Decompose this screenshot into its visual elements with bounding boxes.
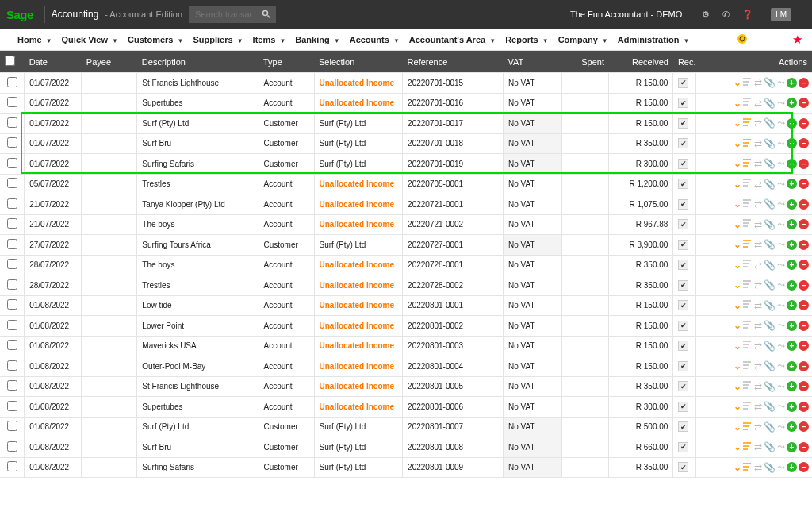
cell-rec[interactable]: ✔ bbox=[673, 174, 695, 194]
cell-rec[interactable]: ✔ bbox=[673, 295, 695, 316]
cell-payee[interactable] bbox=[82, 295, 137, 316]
cell-rec[interactable]: ✔ bbox=[673, 275, 695, 296]
cell-spent[interactable] bbox=[562, 174, 609, 194]
cell-selection[interactable]: Surf (Pty) Ltd bbox=[314, 417, 403, 437]
add-icon[interactable]: + bbox=[787, 321, 797, 331]
add-icon[interactable]: + bbox=[787, 300, 797, 310]
attach-icon[interactable]: 📎 bbox=[764, 239, 776, 250]
cell-rec[interactable]: ✔ bbox=[673, 376, 695, 397]
expand-icon[interactable]: ⌄ bbox=[733, 441, 741, 452]
swap-icon[interactable]: ⇄ bbox=[754, 239, 762, 250]
cell-vat[interactable]: No VAT bbox=[503, 174, 561, 194]
row-checkbox[interactable] bbox=[7, 239, 17, 249]
row-checkbox[interactable] bbox=[7, 380, 17, 391]
split-icon[interactable] bbox=[743, 138, 753, 149]
cell-rec[interactable]: ✔ bbox=[673, 336, 695, 356]
cell-received[interactable]: R 150.00 bbox=[609, 295, 673, 316]
expand-icon[interactable]: ⌄ bbox=[733, 360, 741, 371]
row-checkbox[interactable] bbox=[7, 461, 17, 471]
cell-received[interactable]: R 500.00 bbox=[609, 417, 673, 437]
swap-icon[interactable]: ⇄ bbox=[754, 381, 762, 392]
favorites-icon[interactable]: ★ bbox=[792, 33, 802, 47]
swap-icon[interactable]: ⇄ bbox=[754, 219, 762, 230]
phone-icon[interactable]: ✆ bbox=[719, 10, 733, 20]
cell-selection[interactable]: Unallocated Income bbox=[314, 295, 403, 316]
reconciled-checkbox[interactable]: ✔ bbox=[678, 321, 688, 331]
row-checkbox[interactable] bbox=[7, 401, 17, 411]
cell-selection[interactable]: Unallocated Income bbox=[314, 397, 403, 418]
split-icon[interactable] bbox=[743, 178, 753, 190]
link-icon[interactable]: ⤳ bbox=[777, 117, 785, 129]
cell-description[interactable]: Surf Bru bbox=[137, 437, 259, 458]
row-checkbox[interactable] bbox=[7, 360, 17, 371]
split-icon[interactable] bbox=[743, 380, 753, 392]
menu-reports[interactable]: Reports ▼ bbox=[502, 35, 552, 44]
expand-icon[interactable]: ⌄ bbox=[733, 421, 741, 433]
reconciled-checkbox[interactable]: ✔ bbox=[678, 179, 688, 189]
col-selection[interactable]: Selection bbox=[314, 51, 403, 73]
menu-banking[interactable]: Banking ▼ bbox=[292, 35, 343, 44]
cell-selection[interactable]: Unallocated Income bbox=[314, 356, 403, 377]
cell-payee[interactable] bbox=[82, 93, 137, 114]
cell-received[interactable]: R 300.00 bbox=[609, 397, 673, 418]
gear-icon[interactable]: ⚙ bbox=[699, 10, 713, 20]
cell-description[interactable]: Surf Bru bbox=[137, 133, 259, 154]
cell-spent[interactable] bbox=[562, 235, 609, 256]
cell-type[interactable]: Customer bbox=[259, 133, 314, 154]
select-all-checkbox[interactable] bbox=[5, 56, 15, 66]
cell-type[interactable]: Account bbox=[259, 194, 314, 215]
cell-selection[interactable]: Unallocated Income bbox=[314, 214, 403, 235]
attach-icon[interactable]: 📎 bbox=[764, 198, 776, 210]
add-icon[interactable]: + bbox=[787, 402, 797, 412]
link-icon[interactable]: ⤳ bbox=[777, 219, 785, 230]
cell-reference[interactable]: 20220801-0007 bbox=[403, 417, 504, 437]
cell-description[interactable]: St Francis Lighthouse bbox=[137, 376, 259, 397]
cell-date[interactable]: 21/07/2022 bbox=[25, 194, 82, 215]
remove-icon[interactable]: – bbox=[799, 421, 809, 432]
remove-icon[interactable]: – bbox=[799, 179, 809, 189]
row-checkbox[interactable] bbox=[7, 441, 17, 452]
cell-spent[interactable] bbox=[562, 255, 609, 275]
cell-rec[interactable]: ✔ bbox=[673, 397, 695, 418]
cell-date[interactable]: 01/08/2022 bbox=[25, 437, 82, 458]
cell-type[interactable]: Account bbox=[259, 214, 314, 235]
cell-received[interactable]: R 150.00 bbox=[609, 73, 673, 94]
cell-vat[interactable]: No VAT bbox=[503, 275, 561, 296]
row-checkbox-cell[interactable] bbox=[0, 295, 25, 316]
expand-icon[interactable]: ⌄ bbox=[733, 341, 741, 352]
cell-payee[interactable] bbox=[82, 154, 137, 175]
row-checkbox[interactable] bbox=[7, 158, 17, 168]
row-checkbox-cell[interactable] bbox=[0, 73, 25, 94]
reconciled-checkbox[interactable]: ✔ bbox=[678, 381, 688, 391]
split-icon[interactable] bbox=[743, 401, 753, 413]
cell-received[interactable]: R 967.88 bbox=[609, 214, 673, 235]
cell-payee[interactable] bbox=[82, 133, 137, 154]
cell-type[interactable]: Customer bbox=[259, 154, 314, 175]
cell-type[interactable]: Account bbox=[259, 376, 314, 397]
cell-spent[interactable] bbox=[562, 295, 609, 316]
cell-description[interactable]: Supertubes bbox=[137, 397, 259, 418]
remove-icon[interactable]: – bbox=[799, 159, 809, 169]
menu-accountant-s-area[interactable]: Accountant's Area ▼ bbox=[406, 35, 499, 44]
cell-payee[interactable] bbox=[82, 214, 137, 235]
cell-rec[interactable]: ✔ bbox=[673, 457, 695, 478]
row-checkbox[interactable] bbox=[7, 421, 17, 431]
cell-spent[interactable] bbox=[562, 214, 609, 235]
cell-rec[interactable]: ✔ bbox=[673, 133, 695, 154]
cell-received[interactable]: R 350.00 bbox=[609, 255, 673, 275]
cell-spent[interactable] bbox=[562, 275, 609, 296]
remove-icon[interactable]: – bbox=[799, 98, 809, 108]
link-icon[interactable]: ⤳ bbox=[777, 179, 785, 190]
cell-spent[interactable] bbox=[562, 154, 609, 175]
company-selector[interactable]: The Fun Accountant - DEMO ▼ bbox=[570, 10, 692, 19]
cell-spent[interactable] bbox=[562, 133, 609, 154]
cell-selection[interactable]: Unallocated Income bbox=[314, 93, 403, 114]
cell-reference[interactable]: 20220801-0008 bbox=[403, 437, 504, 458]
cell-rec[interactable]: ✔ bbox=[673, 154, 695, 175]
cell-selection[interactable]: Unallocated Income bbox=[314, 275, 403, 296]
row-checkbox-cell[interactable] bbox=[0, 214, 25, 235]
link-icon[interactable]: ⤳ bbox=[777, 441, 785, 452]
swap-icon[interactable]: ⇄ bbox=[754, 198, 762, 210]
cell-description[interactable]: Trestles bbox=[137, 174, 259, 194]
row-checkbox[interactable] bbox=[7, 320, 17, 330]
